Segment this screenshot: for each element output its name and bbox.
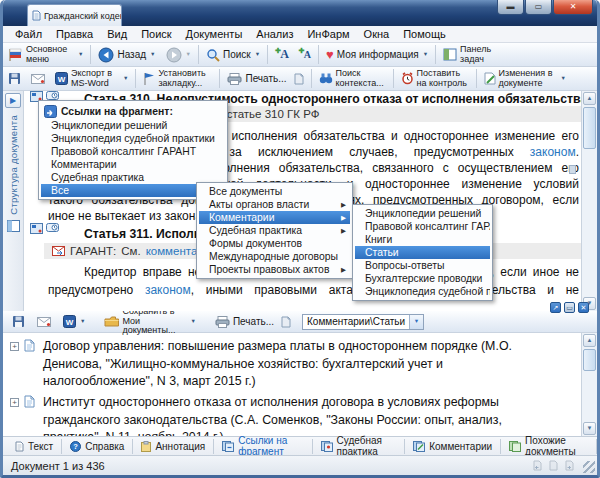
back-label: Назад [117, 50, 146, 60]
document-changes-button[interactable]: Изменения в документе ▼ [479, 67, 571, 90]
menu-item-books[interactable]: Книги [355, 233, 490, 246]
menu-item-encyclopedia-judicial[interactable]: Энциклопедия судебной практики [41, 132, 225, 145]
search-button[interactable]: Поиск ▼ [201, 43, 265, 66]
results-filter-combobox[interactable]: Комментарии\Статьи ▼ [302, 314, 424, 330]
list-item[interactable]: + Договор управления: повышение размера … [43, 338, 551, 391]
print-icon [227, 73, 242, 85]
tab-comments[interactable]: Комментарии [405, 439, 501, 454]
law-link[interactable]: законом [145, 283, 191, 297]
set-bookmark-label: Установить закладку... [158, 69, 212, 88]
menu-item-all-documents[interactable]: Все документы [199, 185, 350, 198]
document-list-icon[interactable] [548, 460, 559, 471]
related-info-icon[interactable] [30, 223, 43, 234]
save-to-my-documents-label: Сохранить в Мои документы... [122, 307, 186, 336]
put-on-control-button[interactable]: Поставить на контроль [396, 67, 474, 90]
tab-fragment-links[interactable]: Ссылки на фрагмент [214, 439, 312, 454]
tab-help[interactable]: ? Справка [62, 439, 133, 454]
menu-infarm[interactable]: ИнФарм [300, 28, 356, 40]
result-item-text: Институт одностороннего отказа от исполн… [43, 395, 502, 436]
context-search-button[interactable]: Поиск контекста... [314, 67, 391, 90]
email-button[interactable] [26, 67, 50, 90]
main-menu-button[interactable]: Основное меню ▼ [3, 43, 88, 66]
my-information-button[interactable]: ♥ Моя информация ▼ [321, 43, 433, 66]
scrollbar-thumb[interactable] [583, 349, 596, 371]
tab-annotation[interactable]: Аннотация [133, 439, 214, 454]
menu-item-encyclopedia-judicial[interactable]: Энциклопедия судебной практики [355, 285, 490, 298]
document-icon [32, 10, 41, 21]
list-item[interactable]: + Институт одностороннего отказа от испо… [43, 394, 551, 436]
scroll-down-icon[interactable]: ▼ [583, 422, 596, 435]
document-scrollbar[interactable]: ▲ ▼ [581, 91, 597, 311]
export-word-button[interactable]: W ▼ [58, 314, 90, 329]
font-increase-button[interactable]: ✚A [270, 43, 294, 66]
email-button[interactable] [32, 316, 56, 328]
tab-judicial-practice[interactable]: Судебная практика [313, 439, 406, 454]
menu-item-accounting-entries[interactable]: Бухгалтерские проводки [355, 272, 490, 285]
task-panel-button[interactable]: Панель задач [438, 43, 501, 66]
open-in-window-icon[interactable]: ↗ [550, 302, 561, 313]
next-document-icon[interactable] [564, 460, 575, 471]
menu-item-draft-legal-acts[interactable]: Проекты правовых актов▶ [199, 263, 350, 276]
resize-grip[interactable] [583, 461, 595, 473]
menu-file[interactable]: Файл [8, 28, 49, 40]
save-button[interactable] [7, 314, 30, 329]
menu-item-articles[interactable]: Статьи [355, 246, 490, 259]
menu-edit[interactable]: Правка [49, 28, 100, 40]
results-scrollbar[interactable]: ▲ ▼ [581, 333, 597, 436]
results-list[interactable]: + Договор управления: повышение размера … [3, 333, 581, 436]
menu-item-encyclopedias-decisions[interactable]: Энциклопедии решений [355, 207, 490, 220]
sidebar-expand-icon[interactable]: ▶ [5, 93, 21, 108]
menu-windows[interactable]: Окна [357, 28, 397, 40]
menu-item-authority-acts[interactable]: Акты органов власти▶ [199, 198, 350, 211]
heart-icon: ♥ [326, 48, 334, 61]
expand-plus-icon[interactable]: + [10, 342, 19, 351]
results-filter-value: Комментарии\Статьи [307, 316, 405, 327]
search-icon [206, 48, 220, 62]
minimize-button[interactable]: ▬ [497, 0, 524, 15]
tab-text[interactable]: Текст [7, 439, 62, 454]
save-button[interactable] [3, 67, 26, 90]
expand-plus-icon[interactable]: + [10, 398, 19, 407]
forward-button[interactable]: ▼ [161, 43, 196, 66]
print-button[interactable]: Печать... [210, 315, 296, 329]
maximize-button[interactable]: ▭ [525, 0, 552, 15]
menu-documents[interactable]: Документы [179, 28, 250, 40]
export-word-button[interactable]: W Экспорт в MS-Word ▼ [50, 67, 133, 90]
app-window: Гражданский кодекс Ро ... ✕ ▬ ▭ ✕ Файл П… [0, 0, 600, 478]
menu-view[interactable]: Вид [100, 28, 134, 40]
restore-pane-icon[interactable]: ▭ [564, 302, 575, 313]
print-preview-icon [281, 316, 291, 328]
menu-item-legal-consulting[interactable]: Правовой консалтинг ГАРАНТ [355, 220, 490, 233]
menu-help[interactable]: Помощь [396, 28, 453, 40]
menu-item-comments[interactable]: Комментарии [41, 158, 225, 171]
scroll-up-icon[interactable]: ▲ [583, 334, 596, 347]
set-bookmark-button[interactable]: Установить закладку... [138, 67, 217, 90]
print-button[interactable]: Печать... [222, 67, 308, 90]
menu-analysis[interactable]: Анализ [249, 28, 300, 40]
email-icon [31, 74, 45, 84]
law-link[interactable]: законом [530, 145, 576, 159]
document-tab[interactable]: Гражданский кодекс Ро ... ✕ [27, 4, 122, 26]
main-toolbar: Основное меню ▼ Назад ▼ ▼ Поиск ▼ [3, 43, 597, 67]
scroll-up-icon[interactable]: ▲ [583, 92, 596, 105]
structure-sidebar[interactable]: ▶ Структура документа [3, 91, 24, 311]
menu-search[interactable]: Поиск [134, 28, 178, 40]
save-icon [8, 72, 21, 85]
menu-item-document-forms[interactable]: Формы документов [199, 237, 350, 250]
back-button[interactable]: Назад ▼ [93, 43, 160, 66]
close-button[interactable]: ✕ [553, 0, 593, 15]
tab-similar-documents[interactable]: Похожие документы [501, 439, 597, 454]
combobox-arrow-icon[interactable]: ▼ [409, 315, 423, 329]
menu-item-comments[interactable]: Комментарии▶ [199, 211, 350, 224]
font-decrease-button[interactable]: ✚A [294, 43, 316, 66]
scrollbar-thumb[interactable] [583, 107, 596, 149]
menu-item-questions-answers[interactable]: Вопросы-ответы [355, 259, 490, 272]
close-pane-icon[interactable]: ✕ [578, 302, 589, 313]
menu-item-international-treaties[interactable]: Международные договоры [199, 250, 350, 263]
menu-item-judicial-practice[interactable]: Судебная практика▶ [199, 224, 350, 237]
menu-item-legal-consulting[interactable]: Правовой консалтинг ГАРАНТ [41, 145, 225, 158]
task-panel-icon [443, 48, 457, 61]
prev-document-icon[interactable] [532, 460, 543, 471]
menu-item-encyclopedias-decisions[interactable]: Энциклопедии решений [41, 119, 225, 132]
comments-icon [413, 441, 425, 452]
